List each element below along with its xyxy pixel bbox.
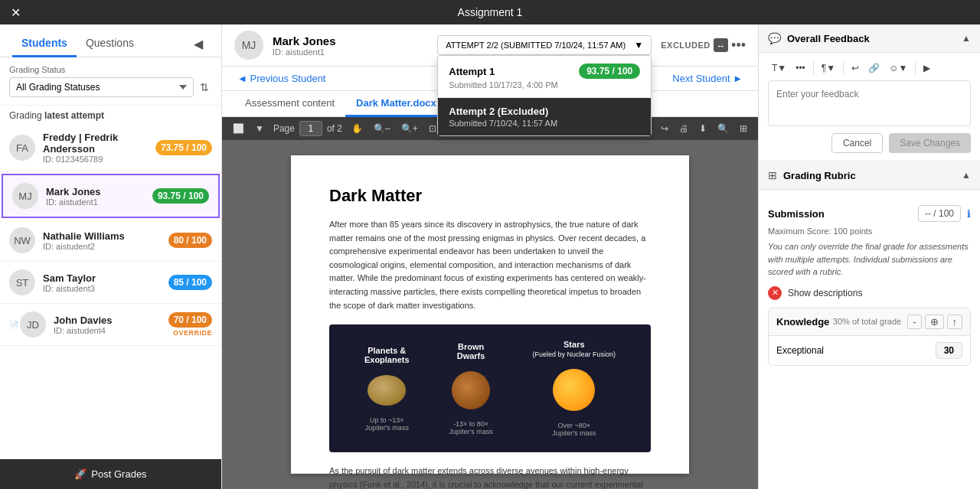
planet-item-3: Stars(Fueled by Nuclear Fusion) Over ~80…: [533, 340, 616, 437]
override-label: OVERRIDE: [173, 329, 212, 337]
pan-tool-button[interactable]: ✋: [347, 120, 368, 137]
sort-button[interactable]: ⇅: [197, 78, 212, 96]
planet-size-2: -13× to 80×Jupiter's mass: [449, 420, 492, 435]
student-item[interactable]: MJ Mark Jones ID: aistudent1 93.75 / 100: [2, 174, 220, 218]
grading-status-select[interactable]: All Grading Statuses: [9, 77, 194, 97]
planet-label-3: Stars(Fueled by Nuclear Fusion): [533, 340, 616, 358]
page-layout-dropdown[interactable]: ▼: [250, 120, 269, 137]
excluded-label: EXCLUDED: [661, 41, 710, 50]
submission-max-label: Maximum Score: 100 points: [768, 227, 971, 236]
next-student-button[interactable]: Next Student ►: [669, 70, 746, 87]
knowledge-minus-button[interactable]: -: [907, 315, 921, 329]
post-grades-button[interactable]: 🚀 Post Grades: [0, 459, 221, 489]
attempt-title: Attempt 1: [449, 66, 495, 77]
attempt-option-1[interactable]: Attempt 1 93.75 / 100 Submitted 10/17/23…: [438, 56, 651, 98]
zoom-in-button[interactable]: 🔍+: [397, 120, 423, 137]
show-descriptions-row: ✕ Show descriptions: [768, 286, 971, 300]
knowledge-section: Knowledge 30% of total grade - ⊕ ↑ Excep…: [768, 308, 971, 366]
editor-more-button[interactable]: •••: [792, 60, 809, 76]
attempt-option-2[interactable]: Attempt 2 (Excluded) Submitted 7/10/24, …: [438, 98, 651, 135]
exceptional-score: 30: [936, 342, 962, 359]
link-button[interactable]: 🔗: [864, 60, 884, 76]
media-button[interactable]: ▶: [920, 60, 934, 76]
paragraph-style-button[interactable]: ¶▼: [818, 60, 839, 76]
feedback-actions: Cancel Save Changes: [768, 129, 971, 153]
student-header-id: ID: aistudent1: [273, 47, 428, 57]
save-changes-button[interactable]: Save Changes: [889, 133, 971, 153]
show-descriptions-toggle[interactable]: ✕: [768, 286, 782, 300]
overall-feedback-header[interactable]: 💬 Overall Feedback ▲: [759, 24, 980, 53]
emoji-button[interactable]: ☺▼: [885, 60, 911, 76]
knowledge-header: Knowledge 30% of total grade - ⊕ ↑: [769, 308, 970, 336]
page-number-input[interactable]: [299, 121, 322, 136]
sidebar-collapse-button[interactable]: ◀: [188, 33, 209, 54]
exceptional-label: Exceptional: [776, 345, 936, 356]
submission-icon: 📄: [9, 321, 18, 329]
grid-icon-button[interactable]: --: [714, 38, 728, 52]
zoom-out-button[interactable]: 🔍–: [369, 120, 395, 137]
text-style-button[interactable]: T▼: [768, 60, 790, 76]
overall-feedback-title: Overall Feedback: [787, 33, 956, 44]
student-info: Sam Taylor ID: aistudent3: [43, 272, 168, 293]
tab-assessment-content[interactable]: Assessment content: [234, 91, 345, 117]
planet-size-3: Over ~80×Jupiter's mass: [552, 422, 596, 437]
rubric-title: Grading Rubric: [783, 170, 956, 181]
cancel-button[interactable]: Cancel: [831, 133, 883, 153]
attempt-dropdown-label: ATTEMPT 2/2 (SUBMITTED 7/10/24, 11:57 AM…: [446, 41, 626, 50]
student-header-avatar: MJ: [234, 31, 263, 60]
student-id: ID: aistudent1: [46, 197, 152, 207]
tab-questions[interactable]: Questions: [77, 31, 143, 57]
more-tools-button[interactable]: ⊞: [735, 120, 752, 137]
attempt-wrapper: ATTEMPT 2/2 (SUBMITTED 7/10/24, 11:57 AM…: [437, 35, 652, 55]
more-options-button[interactable]: •••: [731, 37, 746, 54]
info-icon[interactable]: ℹ: [967, 208, 971, 220]
student-name: John Davies: [54, 315, 168, 326]
rocket-icon: 🚀: [74, 468, 87, 480]
download-button[interactable]: ⬇: [694, 120, 711, 137]
student-id: ID: aistudent2: [43, 242, 168, 251]
print-button[interactable]: 🖨: [675, 120, 693, 137]
student-name: Mark Jones: [46, 186, 152, 197]
prev-student-button[interactable]: ◄ Previous Student: [234, 70, 328, 87]
student-name: Nathalie Williams: [43, 230, 168, 242]
student-header-info: Mark Jones ID: aistudent1: [273, 34, 428, 57]
undo-editor-button[interactable]: ↩: [848, 60, 863, 76]
avatar: MJ: [12, 183, 38, 209]
document-area[interactable]: Dark Matter After more than 85 years sin…: [222, 140, 758, 489]
planet-item-1: Planets &Exoplanets Up to ~13×Jupiter's …: [364, 346, 410, 432]
document-paragraph-2: As the pursuit of dark matter extends ac…: [329, 465, 651, 489]
student-item[interactable]: 📄 JD John Davies ID: aistudent4 70 / 100…: [0, 304, 221, 346]
tab-dark-matter-docx[interactable]: Dark Matter.docx: [345, 91, 447, 117]
title-bar: ✕ Assignment 1: [0, 0, 980, 24]
search-button[interactable]: 🔍: [713, 120, 733, 137]
page-layout-button[interactable]: ⬜: [228, 120, 249, 137]
feedback-textarea[interactable]: [768, 80, 971, 126]
attempt-dropdown[interactable]: ATTEMPT 2/2 (SUBMITTED 7/10/24, 11:57 AM…: [437, 35, 652, 55]
avatar: FA: [9, 135, 35, 161]
knowledge-add-button[interactable]: ⊕: [925, 315, 944, 329]
student-item[interactable]: ST Sam Taylor ID: aistudent3 85 / 100: [0, 262, 221, 304]
submission-score: -- / 100: [918, 205, 961, 222]
student-info: Nathalie Williams ID: aistudent2: [43, 230, 168, 251]
student-id: ID: aistudent4: [54, 326, 168, 335]
page-of-label: of 2: [327, 123, 342, 134]
student-item[interactable]: NW Nathalie Williams ID: aistudent2 80 /…: [0, 220, 221, 262]
rubric-header[interactable]: ⊞ Grading Rubric ▲: [759, 161, 980, 190]
toolbar-divider: [915, 61, 916, 75]
show-descriptions-label[interactable]: Show descriptions: [788, 288, 862, 298]
editor-toolbar: T▼ ••• ¶▼ ↩ 🔗 ☺▼ ▶: [768, 60, 971, 76]
rubric-collapse-button[interactable]: ▲: [962, 170, 971, 181]
grade-col: 70 / 100 OVERRIDE: [168, 312, 212, 337]
overall-feedback-collapse-button[interactable]: ▲: [962, 33, 971, 44]
redo-button[interactable]: ↪: [656, 120, 673, 137]
student-item[interactable]: FA Freddy | Fredrik Andersson ID: 012345…: [0, 124, 221, 172]
close-button[interactable]: ✕: [8, 5, 23, 20]
sidebar-tabs: Students Questions ◀: [0, 24, 221, 57]
tab-students[interactable]: Students: [12, 31, 77, 57]
document-image: Planets &Exoplanets Up to ~13×Jupiter's …: [329, 324, 651, 452]
avatar: ST: [9, 269, 35, 295]
student-info: John Davies ID: aistudent4: [54, 315, 168, 335]
grading-status-section: Grading Status All Grading Statuses ⇅: [0, 57, 221, 106]
attempt-subtitle: Submitted 7/10/24, 11:57 AM: [449, 119, 640, 128]
knowledge-up-button[interactable]: ↑: [947, 315, 963, 329]
